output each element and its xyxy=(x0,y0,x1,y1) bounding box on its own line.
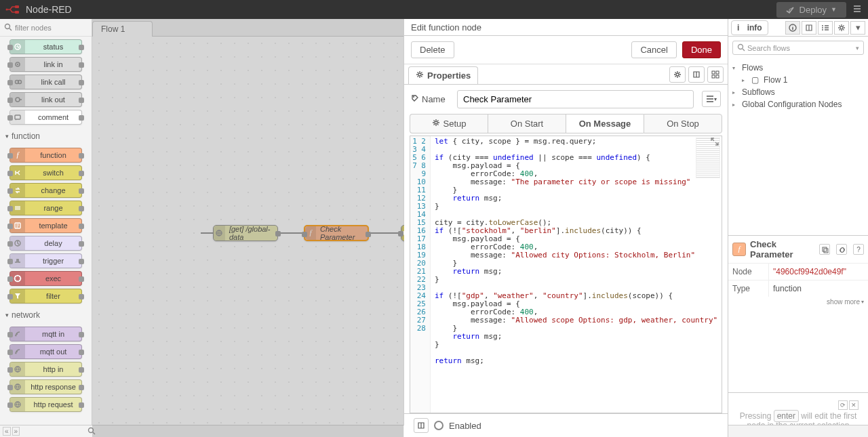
sb-btn-more[interactable]: ▾ xyxy=(850,21,865,35)
enabled-label: Enabled xyxy=(449,421,481,431)
function-icon xyxy=(732,243,746,256)
gear-icon xyxy=(416,70,424,81)
palette-node-status[interactable]: status xyxy=(9,39,82,54)
nodered-logo xyxy=(5,5,22,14)
palette-node-link-call[interactable]: link call xyxy=(9,75,82,89)
flow-tabbar: Flow 1 xyxy=(92,19,403,37)
app-header: Node-RED Deploy ▼ xyxy=(0,0,868,19)
tab-setup[interactable]: Setup xyxy=(410,114,488,133)
palette-node-template[interactable]: template xyxy=(9,218,82,233)
sb-btn-debug[interactable] xyxy=(818,21,833,35)
workspace: Flow 1 [get] /global-data Check Paramete… xyxy=(92,19,404,437)
palette-node-http-response[interactable]: http response xyxy=(9,379,82,394)
sidebar: i info ▾ Search flows▾ ▾Flows ▸▢Flow 1 ▸… xyxy=(728,19,868,437)
expand-editor-button[interactable] xyxy=(711,138,720,147)
palette-node-link-out[interactable]: link out xyxy=(9,92,82,107)
palette-node-trigger[interactable]: trigger xyxy=(9,253,82,268)
svg-rect-25 xyxy=(15,11,19,14)
hamburger-menu-button[interactable] xyxy=(853,3,863,16)
palette-node-exec[interactable]: exec xyxy=(9,271,82,286)
edit-panel-title: Edit function node xyxy=(404,19,728,36)
palette-node-comment[interactable]: comment xyxy=(9,110,82,125)
name-input[interactable] xyxy=(457,90,694,108)
palette-node-range[interactable]: range xyxy=(9,201,82,215)
flow-icon: ▢ xyxy=(751,75,759,85)
done-button[interactable]: Done xyxy=(682,41,721,58)
status-btn-1[interactable]: « xyxy=(3,427,11,436)
search-icon xyxy=(737,43,745,52)
ib-link-button[interactable] xyxy=(836,244,847,255)
show-more-button[interactable]: show more ▾ xyxy=(728,297,868,307)
enabled-toggle[interactable] xyxy=(434,421,443,430)
name-label: Name xyxy=(411,94,452,104)
palette-node-mqtt-in[interactable]: mqtt in xyxy=(9,327,82,341)
ib-copy-button[interactable] xyxy=(819,244,830,255)
svg-rect-24 xyxy=(15,5,19,8)
canvas-node-http-in[interactable]: [get] /global-data xyxy=(213,225,278,241)
tab-flow1[interactable]: Flow 1 xyxy=(92,21,153,37)
delete-button[interactable]: Delete xyxy=(411,41,454,58)
search-icon xyxy=(4,23,12,33)
palette-node-http-in[interactable]: http in xyxy=(9,362,82,377)
globe-icon xyxy=(214,226,225,241)
palette-node-link-in[interactable]: link in xyxy=(9,57,82,72)
tree-flows[interactable]: ▾Flows xyxy=(732,62,864,74)
palette-node-delay[interactable]: delay xyxy=(9,236,82,251)
flow-canvas[interactable]: [get] /global-data Check Parameter switc… xyxy=(92,37,403,437)
gear-icon xyxy=(432,119,440,129)
palette-node-filter[interactable]: filter xyxy=(9,289,82,304)
status-search-button[interactable] xyxy=(87,427,95,436)
tag-icon xyxy=(411,94,419,104)
sb-btn-info[interactable] xyxy=(785,21,800,35)
sb-btn-config[interactable] xyxy=(834,21,849,35)
palette-node-change[interactable]: change xyxy=(9,183,82,198)
palette-cat-network[interactable]: ▾network xyxy=(0,306,92,324)
tip-close-button[interactable]: ✕ xyxy=(849,400,859,410)
tab-on-message[interactable]: On Message xyxy=(566,114,644,133)
section-properties-tab[interactable]: Properties xyxy=(408,66,478,84)
tree-flow1[interactable]: ▸▢Flow 1 xyxy=(732,74,864,86)
palette-node-switch[interactable]: switch xyxy=(9,165,82,180)
palette-node-mqtt-out[interactable]: mqtt out xyxy=(9,344,82,359)
tab-on-stop[interactable]: On Stop xyxy=(644,114,722,133)
code-editor[interactable]: 1 2 3 4 5 6 7 8 9 10 11 12 13 14 15 16 1… xyxy=(410,136,722,413)
tab-on-start[interactable]: On Start xyxy=(488,114,566,133)
node-settings-button[interactable] xyxy=(669,66,686,83)
brand-label: Node-RED xyxy=(26,4,72,15)
palette: filter nodes statuslink inlink calllink … xyxy=(0,19,92,437)
chevron-down-icon: ▼ xyxy=(831,6,837,13)
node-docs-button[interactable] xyxy=(688,66,705,83)
footer-library-button[interactable] xyxy=(414,418,429,433)
palette-cat-function[interactable]: ▾function xyxy=(0,127,92,145)
tip-refresh-button[interactable]: ⟳ xyxy=(838,400,848,410)
sb-btn-help[interactable] xyxy=(802,21,816,35)
palette-filter[interactable]: filter nodes xyxy=(0,19,92,37)
palette-node-function[interactable]: function xyxy=(9,148,82,163)
name-row: Name ▾ xyxy=(404,85,728,114)
edit-function-panel: Edit function node Delete Cancel Done Pr… xyxy=(404,19,728,437)
sidebar-tab-info[interactable]: i info xyxy=(731,20,768,35)
sidebar-node-info: Check Parameter ? Node"4960cf9942d0e49f"… xyxy=(728,235,868,307)
search-flows-input[interactable]: Search flows▾ xyxy=(732,41,864,55)
status-btn-2[interactable]: » xyxy=(12,427,20,436)
node-appearance-button[interactable] xyxy=(707,66,724,83)
ib-help-button[interactable]: ? xyxy=(853,244,864,255)
tree-subflows[interactable]: ▸Subflows xyxy=(732,86,864,98)
deploy-button[interactable]: Deploy ▼ xyxy=(776,2,846,18)
canvas-node-check-parameter[interactable]: Check Parameter xyxy=(304,225,369,241)
cancel-button[interactable]: Cancel xyxy=(631,41,676,58)
tree-global[interactable]: ▸Global Configuration Nodes xyxy=(732,98,864,110)
palette-node-http-request[interactable]: http request xyxy=(9,397,82,412)
name-options-button[interactable]: ▾ xyxy=(702,91,721,107)
svg-point-23 xyxy=(6,9,8,11)
